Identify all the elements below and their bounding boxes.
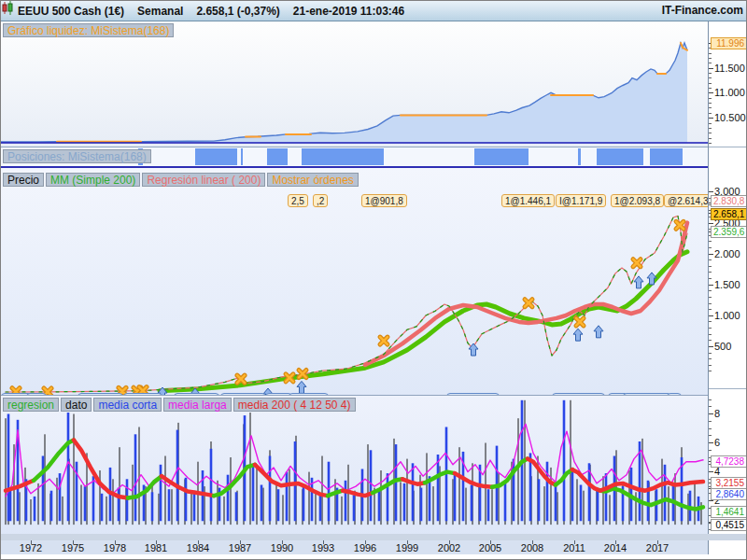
axis-major-tick: [709, 223, 713, 224]
axis-minor-tick: [709, 353, 712, 354]
year-label: 1987: [229, 542, 251, 553]
axis-minor-tick: [709, 133, 712, 133]
axis-value-box: 11.996: [711, 37, 747, 49]
axis-label: 1.500: [714, 279, 740, 290]
year-label: 2011: [563, 542, 585, 553]
axis-minor-tick: [709, 128, 712, 129]
legend-chip-dato[interactable]: dato: [61, 398, 92, 412]
axis-label: 6: [714, 437, 720, 448]
axis-label: 4: [714, 466, 720, 477]
indicator-legend: regresiondatomedia cortamedia largamedia…: [3, 398, 358, 412]
legend-chip-mostrar-rdenes[interactable]: Mostrar órdenes: [267, 173, 358, 187]
axis-minor-tick: [709, 113, 712, 114]
year-label: 1981: [145, 542, 167, 553]
quote-datetime: 21-ene-2019 11:03:46: [293, 5, 404, 18]
axis-major-tick: [709, 413, 713, 414]
axis-major-tick: [709, 118, 713, 119]
position-bar: [474, 148, 529, 165]
legend-chip-mm-simple-200-[interactable]: MM (Simple 200): [46, 173, 140, 187]
trade-label-sell: 1@1.446,1: [501, 194, 555, 207]
axis-major-tick: [709, 442, 713, 443]
year-label: 1990: [271, 542, 293, 553]
axis-minor-tick: [709, 63, 712, 63]
axis-minor-tick: [709, 88, 712, 89]
liquidity-panel-label[interactable]: Gráfico liquidez: MiSistema(168): [3, 23, 174, 37]
positions-panel[interactable]: Posiciones: MiSistema(168): [1, 147, 708, 168]
position-bar: [597, 148, 643, 165]
position-bar: [267, 148, 288, 165]
liquidity-chart-svg[interactable]: [1, 21, 708, 147]
axis-minor-tick: [709, 272, 712, 273]
brand-link[interactable]: IT-Finance.com: [662, 4, 743, 17]
axis-label: 2.000: [714, 248, 740, 259]
position-bar: [302, 148, 384, 165]
axis-minor-tick: [709, 247, 712, 248]
axis-minor-tick: [709, 103, 712, 104]
axis-major-tick: [709, 471, 713, 472]
title-bar: EEUU 500 Cash (1€) Semanal 2.658,1 (-0,3…: [1, 1, 747, 21]
axis-minor-tick: [709, 334, 712, 335]
indicator-chart-svg[interactable]: [1, 396, 708, 539]
time-axis[interactable]: 1972197519781981198419871990199319961999…: [1, 539, 708, 554]
timeframe-label[interactable]: Semanal: [137, 5, 183, 18]
year-label: 1975: [62, 542, 84, 553]
axis-value-box: 2.359,6: [711, 226, 747, 238]
last-quote: 2.658,1 (-0,37%): [196, 5, 279, 18]
trade-label-sell: 1@901,8: [361, 194, 407, 207]
axis-major-tick: [709, 92, 713, 93]
price-panel[interactable]: PrecioMM (Simple 200)Regresión linear ( …: [1, 168, 708, 396]
positions-panel-label[interactable]: Posiciones: MiSistema(168): [3, 149, 151, 163]
axis-minor-tick: [709, 309, 712, 310]
axis-label: 11.000: [714, 87, 745, 98]
position-bar: [650, 148, 683, 165]
axis-minor-tick: [709, 303, 712, 304]
legend-chip-media-larga[interactable]: media larga: [163, 398, 232, 412]
axis-major-tick: [709, 191, 713, 192]
liquidity-panel[interactable]: Gráfico liquidez: MiSistema(168): [1, 21, 708, 147]
legend-chip-regresion[interactable]: regresion: [3, 398, 59, 412]
axis-minor-tick: [709, 259, 712, 260]
media-corta-spikes: [8, 400, 698, 521]
legend-chip-regresi-n-linear-200-[interactable]: Regresión linear ( 200): [142, 173, 265, 187]
legend-chip-media-corta[interactable]: media corta: [93, 398, 162, 412]
buy-arrow-marker: [297, 381, 306, 393]
buy-arrow-marker: [573, 329, 583, 341]
axis-minor-tick: [709, 406, 712, 407]
axis-label: 10.500: [714, 112, 746, 123]
axis-minor-tick: [709, 290, 712, 291]
axis-minor-tick: [709, 371, 712, 371]
axis-label: 500: [714, 341, 731, 352]
orange-x-marker: [237, 375, 245, 383]
axis-major-tick: [709, 500, 713, 501]
chart-area: Gráfico liquidez: MiSistema(168) Posicio…: [1, 21, 708, 554]
axis-minor-tick: [709, 278, 712, 279]
axis-value-box: 1,4641: [711, 506, 747, 518]
year-label: 1984: [187, 542, 209, 553]
axis-major-tick: [709, 315, 713, 316]
legend-chip-precio[interactable]: Precio: [3, 173, 44, 187]
instrument-name: EEUU 500 Cash (1€): [18, 5, 124, 18]
position-bar: [241, 148, 243, 165]
indicator-panel[interactable]: regresiondatomedia cortamedia largamedia…: [1, 396, 708, 539]
axis-value-box: 4,7238: [711, 455, 747, 468]
axis-value-box: 0,4515: [711, 519, 747, 531]
axis-minor-tick: [709, 98, 712, 99]
year-label: 1978: [104, 542, 126, 553]
axis-label: 8: [714, 408, 720, 419]
legend-chip-media-200-4-12-50-4-[interactable]: media 200 ( 4 12 50 4): [233, 398, 356, 412]
position-bar: [195, 148, 237, 165]
orange-x-marker: [676, 221, 684, 229]
axis-minor-tick: [709, 58, 712, 59]
axis-minor-tick: [709, 297, 712, 298]
year-label: 2017: [646, 542, 669, 553]
year-label: 2005: [479, 542, 501, 553]
trade-label-sell: 1@2.093,8: [611, 194, 664, 207]
year-label: 1999: [396, 542, 418, 553]
value-axis-column[interactable]: 11.50011.00010.50011.9963.0002.5002.0001…: [708, 21, 747, 554]
position-bar: [578, 148, 581, 165]
axis-minor-tick: [709, 123, 712, 124]
candlestick-icon-svg: [1, 1, 15, 15]
trading-app-window: EEUU 500 Cash (1€) Semanal 2.658,1 (-0,3…: [0, 0, 747, 560]
year-label: 2008: [521, 542, 543, 553]
axis-minor-tick: [709, 421, 712, 422]
